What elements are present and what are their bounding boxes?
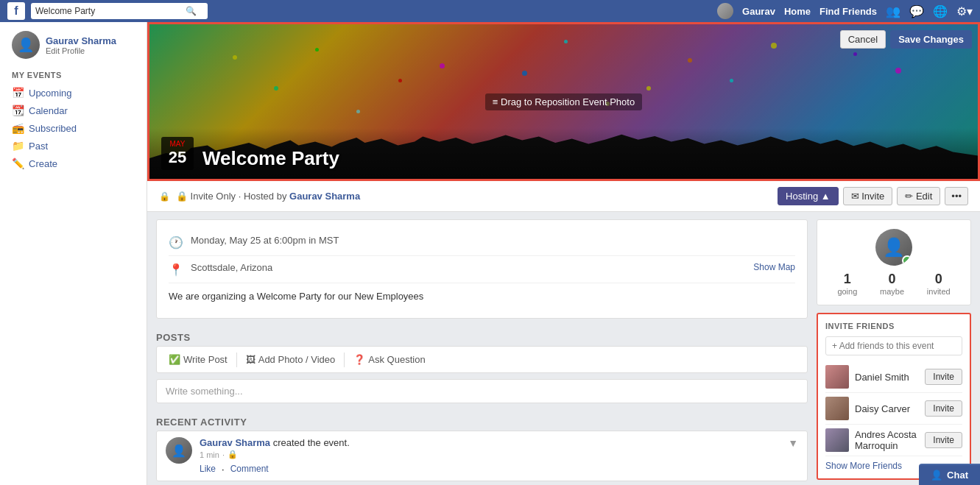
sidebar-avatar: 👤 <box>12 31 40 59</box>
sidebar-profile: 👤 Gaurav Sharma Edit Profile <box>12 31 135 59</box>
sidebar-item-create[interactable]: ✏️ Create <box>12 155 135 172</box>
drag-reposition-label[interactable]: ≡ Drag to Reposition Event Photo <box>485 93 642 110</box>
write-post-icon: ✅ <box>169 354 180 365</box>
post-divider-1 <box>236 353 237 367</box>
event-cover-bottom: MAY 25 Welcome Party <box>149 128 978 179</box>
event-location-text: Scottsdale, Arizona <box>191 262 746 273</box>
sidebar-item-subscribed[interactable]: 📻 Subscribed <box>12 119 135 137</box>
cancel-button[interactable]: Cancel <box>840 30 886 49</box>
ask-question-btn[interactable]: ❓ Ask Question <box>348 351 431 368</box>
invite-btn-1[interactable]: Invite <box>925 400 962 417</box>
event-actions: Hosting ▲ ✉ Invite ✏ Edit ••• <box>778 187 968 205</box>
host-name-link[interactable]: Gaurav Sharma <box>289 191 360 202</box>
sidebar-avatar-img: 👤 <box>12 31 40 59</box>
event-info-bar: 🔒 🔒 Invite Only · Hosted by Gaurav Sharm… <box>147 181 980 212</box>
nav-user-name[interactable]: Gaurav <box>742 6 775 17</box>
sidebar-profile-name[interactable]: Gaurav Sharma <box>46 35 116 46</box>
friend-item-1: Daisy Carver Invite <box>825 393 962 425</box>
settings-icon[interactable]: ⚙▾ <box>956 4 973 18</box>
invited-stat: 0 invited <box>927 272 951 296</box>
search-input[interactable] <box>35 6 183 16</box>
activity-text: Gaurav Sharma created the event. <box>200 437 780 448</box>
save-changes-button[interactable]: Save Changes <box>890 30 972 49</box>
friend-avatar-1 <box>825 397 849 420</box>
location-icon: 📍 <box>169 263 183 277</box>
activity-content: Gaurav Sharma created the event. 1 min ·… <box>200 437 780 475</box>
friend-item-2: Andres Acosta Marroquin Invite <box>825 425 962 456</box>
posts-section: POSTS ✅ Write Post 🖼 Add Photo / Video <box>156 326 808 403</box>
main-column: 🕐 Monday, May 25 at 6:00pm in MST 📍 Scot… <box>156 219 808 485</box>
activity-user-link[interactable]: Gaurav Sharma <box>200 437 270 448</box>
event-visibility-text: 🔒 Invite Only · Hosted by Gaurav Sharma <box>176 191 772 202</box>
invite-friends-card: INVITE FRIENDS Daniel Smith Invite <box>817 313 971 480</box>
event-description: We are organizing a Welcome Party for ou… <box>169 283 795 309</box>
write-post-btn[interactable]: ✅ Write Post <box>163 351 233 368</box>
verified-badge: ✓ <box>902 255 912 266</box>
notifications-icon[interactable]: 🌐 <box>933 4 948 18</box>
write-something-box[interactable]: Write something... <box>156 379 808 403</box>
friend-requests-icon[interactable]: 👥 <box>886 4 900 18</box>
friend-avatar-2 <box>825 428 849 452</box>
create-icon: ✏️ <box>12 157 24 169</box>
search-bar[interactable]: 🔍 <box>31 3 208 19</box>
event-datetime-text: Monday, May 25 at 6:00pm in MST <box>191 235 795 246</box>
invite-btn-2[interactable]: Invite <box>925 432 962 448</box>
edit-button[interactable]: ✏ Edit <box>897 187 940 205</box>
invite-button[interactable]: ✉ Invite <box>843 187 893 205</box>
more-button[interactable]: ••• <box>945 187 968 205</box>
going-stat: 1 going <box>837 272 857 296</box>
invite-btn-0[interactable]: Invite <box>925 369 962 385</box>
sidebar-item-calendar[interactable]: 📆 Calendar <box>12 102 135 119</box>
comment-link[interactable]: Comment <box>230 464 269 475</box>
recent-activity-section: RECENT ACTIVITY 👤 Gaurav Sharma created … <box>156 411 808 485</box>
activity-meta: 1 min · 🔒 <box>200 450 780 459</box>
sidebar-item-subscribed-label: Subscribed <box>29 123 77 134</box>
hosting-button[interactable]: Hosting ▲ <box>778 187 839 205</box>
upcoming-icon: 📅 <box>12 87 24 99</box>
add-photo-btn[interactable]: 🖼 Add Photo / Video <box>240 351 342 368</box>
sidebar-item-past[interactable]: 📁 Past <box>12 137 135 155</box>
top-navigation: f 🔍 Gaurav Home Find Friends 👥 💬 🌐 ⚙▾ <box>0 0 980 22</box>
activity-avatar: 👤 <box>166 437 192 464</box>
nav-avatar <box>717 3 733 19</box>
activity-footer: Like · Comment <box>200 464 780 475</box>
main-layout: 👤 Gaurav Sharma Edit Profile MY EVENTS 📅… <box>0 22 980 485</box>
maybe-label: maybe <box>880 287 904 296</box>
show-map-link[interactable]: Show Map <box>753 262 795 272</box>
write-post-label: Write Post <box>183 354 228 365</box>
question-icon: ❓ <box>353 354 365 365</box>
event-day: 25 <box>167 148 188 167</box>
search-icon[interactable]: 🔍 <box>186 6 197 16</box>
post-divider-2 <box>344 353 345 367</box>
maybe-count: 0 <box>880 272 904 287</box>
activity-sep: · <box>222 464 225 475</box>
sidebar-item-past-label: Past <box>29 141 48 152</box>
sidebar: 👤 Gaurav Sharma Edit Profile MY EVENTS 📅… <box>0 22 147 485</box>
activity-dot: · <box>222 450 225 459</box>
sidebar-profile-info: Gaurav Sharma Edit Profile <box>46 35 116 55</box>
sidebar-item-calendar-label: Calendar <box>29 105 68 116</box>
activity-expand-icon[interactable]: ▼ <box>788 437 798 475</box>
nav-home-link[interactable]: Home <box>784 6 811 17</box>
clock-icon: 🕐 <box>169 236 183 249</box>
friend-item-0: Daniel Smith Invite <box>825 361 962 393</box>
nav-find-friends-link[interactable]: Find Friends <box>819 6 877 17</box>
activity-avatar-img: 👤 <box>166 437 192 464</box>
event-date-badge: MAY 25 <box>161 137 194 170</box>
sidebar-item-upcoming[interactable]: 📅 Upcoming <box>12 84 135 102</box>
sidebar-item-create-label: Create <box>29 158 57 169</box>
maybe-stat: 0 maybe <box>880 272 904 296</box>
messages-icon[interactable]: 💬 <box>909 4 924 18</box>
chat-bar[interactable]: 👤 Chat <box>919 464 980 485</box>
event-datetime-row: 🕐 Monday, May 25 at 6:00pm in MST <box>169 229 795 256</box>
friend-avatar-img-2 <box>825 428 849 452</box>
friend-name-1: Daisy Carver <box>855 403 919 414</box>
sidebar-edit-profile[interactable]: Edit Profile <box>46 46 116 55</box>
friend-name-2: Andres Acosta Marroquin <box>855 429 919 451</box>
invite-friends-title: INVITE FRIENDS <box>825 322 962 330</box>
event-location-row: 📍 Scottsdale, Arizona Show Map <box>169 256 795 283</box>
add-friends-input[interactable] <box>825 336 962 355</box>
like-link[interactable]: Like <box>200 464 216 475</box>
event-cover-wrapper: ≡ Drag to Reposition Event Photo MAY 25 … <box>147 22 980 181</box>
chat-label: Chat <box>947 470 968 481</box>
